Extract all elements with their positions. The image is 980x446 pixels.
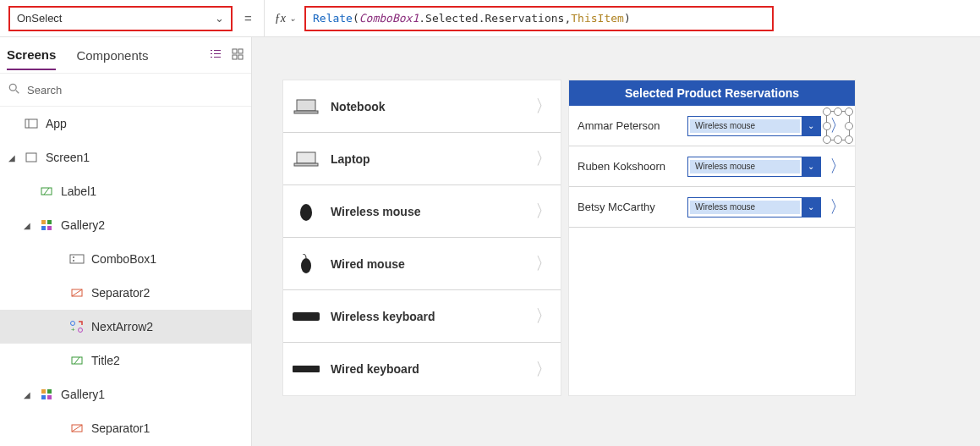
formula-token-function: Relate [313,12,353,25]
search-placeholder: Search [27,84,62,96]
chevron-right-icon[interactable]: 〉 [535,95,552,118]
tree-view-panel: Screens Components Search App [0,37,252,446]
canvas: Notebook 〉 Laptop 〉 Wireless mouse 〉 Wir… [252,37,980,446]
svg-line-10 [44,188,49,195]
panel-tabs: Screens Components [0,37,251,73]
svg-rect-38 [293,366,320,372]
chevron-right-icon[interactable]: 〉 [535,358,552,381]
separator-icon [69,421,85,436]
caret-down-icon: ◢ [24,221,32,230]
svg-rect-12 [47,220,52,224]
chevron-right-icon[interactable]: 〉 [535,200,552,223]
mouse-icon [292,201,320,223]
search-row[interactable]: Search [0,73,251,107]
product-item[interactable]: Wireless mouse 〉 [283,185,561,238]
svg-rect-13 [41,226,46,230]
svg-rect-25 [41,389,46,394]
caret-down-icon: ◢ [24,390,32,399]
next-arrow[interactable]: 〉 [829,155,846,178]
tree-item-screen1[interactable]: ◢ Screen1 [0,140,251,174]
svg-rect-26 [47,389,52,394]
nextarrow-icon: + [69,319,85,334]
tree-item-gallery2[interactable]: ◢ Gallery2 [0,208,251,242]
app-icon [24,116,39,131]
svg-line-19 [72,289,82,296]
gallery-reservations: Selected Product Reservations Ammar Pete… [568,80,856,396]
product-item[interactable]: Wired mouse 〉 [283,238,561,290]
svg-line-30 [72,425,82,432]
mouse-icon [292,253,320,275]
product-item[interactable]: Wireless keyboard 〉 [283,290,561,343]
tree-item-nextarrow2[interactable]: + NextArrow2 [0,310,251,344]
keyboard-icon [292,306,320,328]
app-preview: Notebook 〉 Laptop 〉 Wireless mouse 〉 Wir… [282,80,950,396]
list-view-icon[interactable] [209,47,222,63]
svg-rect-11 [41,220,46,224]
combobox-icon [69,251,85,267]
fx-icon: ƒx [275,12,286,25]
fx-label[interactable]: ƒx ⌄ [264,0,296,36]
svg-line-24 [74,357,79,364]
tree-item-label1[interactable]: Label1 [0,174,251,208]
reservation-item[interactable]: Ammar Peterson Wireless mouse ⌄ 〉 [569,106,855,146]
separator-icon [69,285,85,300]
equals-label: = [241,11,255,25]
property-selector[interactable]: OnSelect ⌄ [8,6,233,31]
formula-input[interactable]: Relate( ComboBox1.Selected.Reservations,… [304,6,774,31]
search-icon [8,83,20,97]
chevron-right-icon[interactable]: 〉 [535,252,552,275]
svg-text:+: + [71,326,75,333]
gallery-products: Notebook 〉 Laptop 〉 Wireless mouse 〉 Wir… [282,80,561,396]
tab-screens[interactable]: Screens [7,41,56,70]
reservation-item[interactable]: Betsy McCarthy Wireless mouse ⌄ 〉 [569,187,855,228]
svg-point-4 [9,84,16,91]
tree-item-title2[interactable]: Title2 [0,344,251,377]
svg-rect-6 [25,119,37,128]
tree-item-combobox1[interactable]: ComboBox1 [0,242,251,276]
svg-rect-33 [297,152,315,163]
product-item[interactable]: Notebook 〉 [283,80,561,133]
svg-point-17 [73,260,74,262]
gallery-icon [39,387,54,402]
reservation-combobox[interactable]: Wireless mouse ⌄ [687,157,821,177]
svg-rect-27 [41,395,46,399]
svg-rect-14 [47,226,52,230]
chevron-right-icon[interactable]: 〉 [535,147,552,170]
caret-down-icon: ◢ [8,153,17,162]
tree-item-separator2[interactable]: Separator2 [0,276,251,310]
formula-bar: OnSelect ⌄ = ƒx ⌄ Relate( ComboBox1.Sele… [0,0,980,37]
tab-components[interactable]: Components [76,41,148,69]
product-item[interactable]: Laptop 〉 [283,133,561,185]
property-selector-value: OnSelect [17,12,62,25]
chevron-down-icon: ⌄ [215,12,224,25]
next-arrow-selected[interactable]: 〉 [829,114,846,137]
reservation-combobox[interactable]: Wireless mouse ⌄ [687,116,821,136]
svg-rect-1 [238,49,243,53]
reservation-item[interactable]: Ruben Kokshoorn Wireless mouse ⌄ 〉 [569,146,855,187]
tree-item-app[interactable]: App [0,107,251,140]
tree-view: App ◢ Screen1 Label1 ◢ Gallery2 ComboBox… [0,107,251,446]
svg-line-5 [16,90,19,93]
formula-token-object: ComboBox1 [359,12,419,25]
next-arrow[interactable]: 〉 [829,195,846,218]
product-item[interactable]: Wired keyboard 〉 [283,343,561,395]
tree-item-separator1[interactable]: Separator1 [0,411,251,445]
laptop-icon [292,148,320,170]
svg-rect-2 [233,55,237,59]
svg-rect-8 [26,153,36,162]
tree-item-gallery1[interactable]: ◢ Gallery1 [0,377,251,411]
screen-icon [24,150,39,165]
svg-point-36 [301,258,311,273]
grid-view-icon[interactable] [231,47,244,63]
reservation-combobox[interactable]: Wireless mouse ⌄ [687,197,821,217]
svg-rect-3 [238,55,243,59]
chevron-down-icon[interactable]: ⌄ [802,157,820,176]
svg-rect-28 [47,395,52,399]
chevron-down-icon[interactable]: ⌄ [802,117,820,135]
svg-point-20 [71,322,75,326]
label-icon [69,353,85,368]
reservations-header: Selected Product Reservations [569,80,855,106]
chevron-right-icon[interactable]: 〉 [535,305,552,328]
svg-point-16 [73,256,74,258]
chevron-down-icon[interactable]: ⌄ [802,198,820,217]
